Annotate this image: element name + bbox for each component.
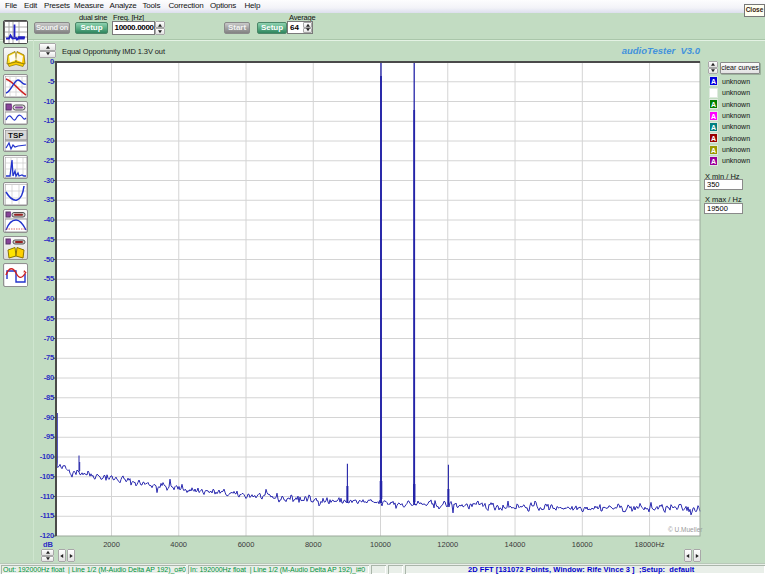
svg-text:TSP: TSP: [8, 131, 24, 140]
svg-text:© U.Mueller: © U.Mueller: [668, 526, 703, 533]
